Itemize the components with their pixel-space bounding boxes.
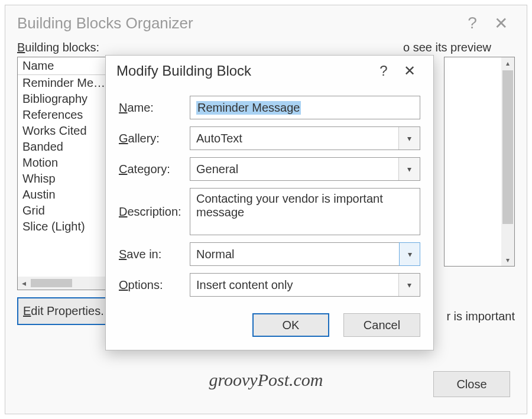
name-value: Reminder Message xyxy=(196,101,301,115)
edit-properties-button[interactable]: Edit Properties. xyxy=(17,297,118,325)
options-value: Insert content only xyxy=(196,278,293,292)
gallery-dropdown[interactable]: AutoText ▾ xyxy=(190,126,420,150)
list-item[interactable]: References xyxy=(18,107,116,123)
name-field[interactable]: Reminder Message xyxy=(190,96,420,119)
scroll-down-icon[interactable]: ▾ xyxy=(501,254,514,266)
save-in-label: Save in: xyxy=(119,248,190,261)
list-item[interactable]: Reminder Me… xyxy=(18,75,116,91)
category-value: General xyxy=(196,163,238,176)
building-blocks-list[interactable]: Name Reminder Me… Bibliography Reference… xyxy=(17,57,116,290)
cancel-button[interactable]: Cancel xyxy=(343,313,420,337)
close-icon[interactable]: ✕ xyxy=(486,14,515,33)
list-item[interactable]: Motion xyxy=(18,155,116,171)
scroll-up-icon[interactable]: ▴ xyxy=(501,57,514,69)
description-value: Contacting your vendor is important mess… xyxy=(196,192,383,219)
list-item[interactable]: Grid xyxy=(18,203,116,219)
scroll-thumb[interactable] xyxy=(502,70,513,224)
ok-button[interactable]: OK xyxy=(252,313,329,337)
category-dropdown[interactable]: General ▾ xyxy=(190,157,420,181)
modal-title: Modify Building Block xyxy=(116,63,251,79)
titlebar: Building Blocks Organizer ? ✕ xyxy=(5,5,527,41)
close-button[interactable]: Close xyxy=(433,371,510,397)
preview-pane: ▴ ▾ xyxy=(444,57,515,267)
gallery-value: AutoText xyxy=(196,132,242,145)
modal-close-icon[interactable]: ✕ xyxy=(397,63,423,79)
list-item[interactable]: Whisp xyxy=(18,171,116,187)
chevron-down-icon[interactable]: ▾ xyxy=(399,242,420,266)
description-label: Description: xyxy=(119,205,190,219)
list-item[interactable]: Bibliography xyxy=(18,91,116,107)
help-icon[interactable]: ? xyxy=(458,14,486,33)
description-field[interactable]: Contacting your vendor is important mess… xyxy=(190,188,420,235)
modal-titlebar: Modify Building Block ? ✕ xyxy=(106,56,433,83)
building-blocks-label: Building blocks: xyxy=(17,41,135,54)
watermark: groovyPost.com xyxy=(209,370,323,390)
list-item[interactable]: Austin xyxy=(18,187,116,203)
list-column-name[interactable]: Name xyxy=(18,57,116,75)
modal-help-icon[interactable]: ? xyxy=(371,63,397,79)
list-item[interactable]: Works Cited xyxy=(18,123,116,139)
scroll-thumb[interactable] xyxy=(31,279,72,287)
name-label: Name: xyxy=(119,101,190,115)
chevron-down-icon[interactable]: ▾ xyxy=(398,274,420,296)
gallery-label: Gallery: xyxy=(119,132,190,145)
save-in-dropdown[interactable]: Normal ▾ xyxy=(190,242,420,266)
horizontal-scrollbar[interactable]: ◂ xyxy=(18,277,116,290)
preview-hint-label: o see its preview xyxy=(135,41,515,54)
preview-caption: r is important xyxy=(446,310,515,323)
modify-building-block-dialog: Modify Building Block ? ✕ Name: Reminder… xyxy=(105,55,434,350)
save-in-value: Normal xyxy=(196,248,234,261)
category-label: Category: xyxy=(119,163,190,176)
chevron-down-icon[interactable]: ▾ xyxy=(398,158,420,180)
chevron-down-icon[interactable]: ▾ xyxy=(398,127,420,150)
dialog-title: Building Blocks Organizer xyxy=(17,14,193,33)
list-item[interactable]: Banded xyxy=(18,139,116,155)
scroll-left-icon[interactable]: ◂ xyxy=(18,278,30,288)
list-item[interactable]: Slice (Light) xyxy=(18,219,116,235)
vertical-scrollbar[interactable]: ▴ ▾ xyxy=(501,57,514,266)
options-dropdown[interactable]: Insert content only ▾ xyxy=(190,273,420,297)
options-label: Options: xyxy=(119,278,190,292)
